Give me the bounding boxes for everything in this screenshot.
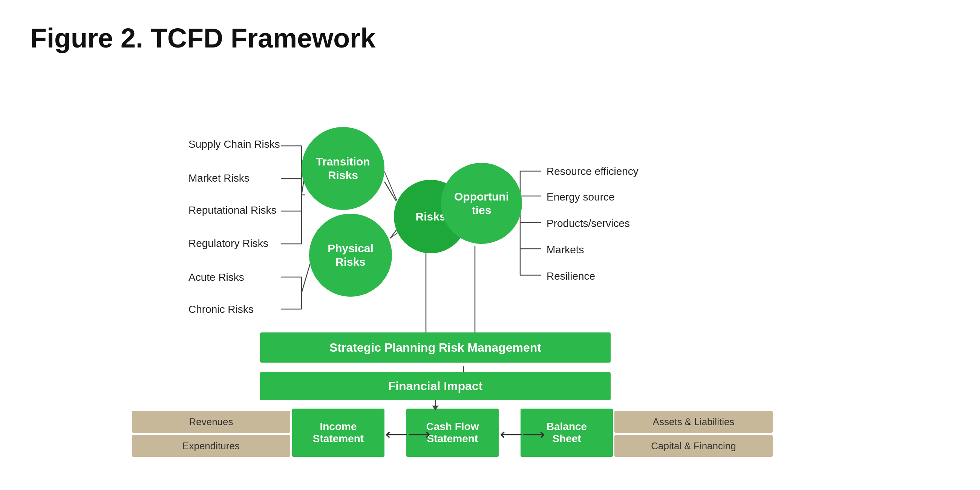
label-energy-source: Energy source [547,191,615,203]
page-title: Figure 2. TCFD Framework [30,22,950,54]
circle-physical-risks: Physical Risks [309,214,392,297]
svg-line-10 [390,230,396,238]
rect-revenues: Revenues [132,411,290,433]
svg-line-22 [390,232,398,238]
rect-strategic-planning: Strategic Planning Risk Management [260,332,611,363]
rect-income-statement: Income Statement [292,409,385,457]
svg-line-12 [302,261,311,293]
diagram: Supply Chain Risks Market Risks Reputati… [30,76,950,476]
label-resource-efficiency: Resource efficiency [547,165,638,178]
label-supply-chain: Supply Chain Risks [188,138,280,150]
rect-financial-impact: Financial Impact [260,372,611,400]
rect-expenditures: Expenditures [132,435,290,457]
svg-marker-26 [432,406,439,410]
label-markets: Markets [547,244,584,256]
label-products-services: Products/services [547,218,630,229]
label-resilience: Resilience [547,270,595,282]
page: Figure 2. TCFD Framework [0,0,980,490]
arrow-1: ⟵⟶ [385,425,430,443]
svg-line-21 [385,172,398,202]
label-market: Market Risks [188,172,250,184]
arrow-2: ⟵⟶ [500,425,545,443]
circle-transition-risks: Transition Risks [302,127,385,210]
label-regulatory: Regulatory Risks [188,237,268,250]
down-arrow-financial [430,400,441,411]
rect-assets-liabilities: Assets & Liabilities [614,411,773,433]
circle-opportunities: Opportuni ties [441,163,522,244]
rect-capital-financing: Capital & Financing [614,435,773,457]
svg-line-9 [385,182,396,200]
label-acute: Acute Risks [188,271,244,283]
label-chronic: Chronic Risks [188,304,254,315]
label-reputational: Reputational Risks [188,204,276,216]
